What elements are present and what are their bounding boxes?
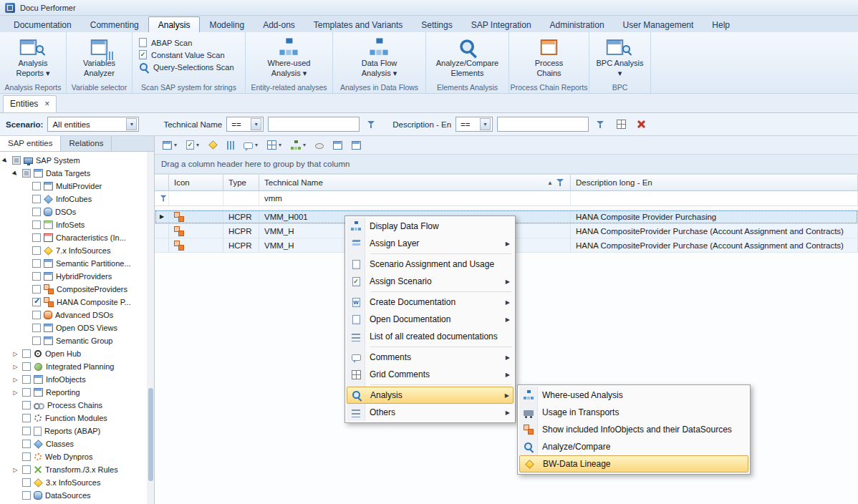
tree-item-web-dynpros[interactable]: Web Dynpros (0, 450, 147, 463)
checkbox[interactable] (22, 414, 31, 422)
tab-analysis[interactable]: Analysis (148, 16, 201, 32)
filter-cell-icon[interactable] (169, 191, 223, 205)
submenu-item-show-included-infoobjects[interactable]: Show included InfoObjects and their Data… (519, 421, 748, 438)
tab-help[interactable]: Help (703, 17, 739, 32)
tree-item-hana-composite-providers[interactable]: HANA Composite P... (0, 296, 147, 309)
tree-item-infosets[interactable]: InfoSets (0, 218, 147, 231)
submenu-item-analyze-compare[interactable]: Analyze/Compare (519, 438, 748, 455)
menu-item-display-data-flow[interactable]: Display Data Flow (347, 218, 514, 235)
tree-item-hybridproviders[interactable]: HybridProviders (0, 270, 147, 283)
tree-item-semantic-group[interactable]: Semantic Group (0, 334, 147, 347)
column-header-description[interactable]: Description long - En (571, 175, 858, 190)
checkbox[interactable] (22, 169, 31, 178)
filter-cell-technical-name[interactable]: vmm (259, 191, 571, 205)
checkbox[interactable] (22, 427, 31, 435)
advanced-filter-button[interactable] (613, 117, 629, 132)
tree-item-function-modules[interactable]: Function Modules (0, 412, 147, 425)
export-grid-button[interactable] (350, 140, 363, 151)
tree-item-3x-infosources[interactable]: 3.x InfoSources (0, 476, 147, 489)
checkbox[interactable] (22, 375, 31, 384)
analysis-reports-button[interactable]: Analysis Reports ▾ (13, 36, 52, 79)
menu-item-comments[interactable]: Comments ▶ (347, 349, 514, 366)
tree-item-data-targets[interactable]: ▶ Data Targets (0, 167, 147, 180)
expander-icon[interactable]: ▷ (11, 376, 19, 384)
checkbox[interactable] (22, 491, 31, 500)
group-by-bar[interactable]: Drag a column header here to group by th… (155, 155, 858, 174)
tree-item-reports-abap[interactable]: Reports (ABAP) (0, 425, 147, 437)
filter-cell-type[interactable] (223, 191, 259, 205)
tab-settings[interactable]: Settings (412, 17, 461, 32)
abap-scan-button[interactable]: ABAP Scan (137, 38, 194, 47)
chevron-down-icon[interactable]: ▾ (126, 118, 137, 130)
tree-item-transform-3x-rules[interactable]: ▷ Transform./3.x Rules (0, 463, 147, 476)
chevron-down-icon[interactable]: ▾ (480, 118, 491, 130)
description-filter-input[interactable] (497, 117, 589, 132)
checkbox[interactable] (32, 195, 41, 203)
checkbox[interactable] (22, 362, 31, 371)
checkbox[interactable] (32, 220, 41, 229)
checkbox[interactable] (32, 324, 41, 332)
checkbox[interactable] (22, 440, 31, 448)
expander-icon[interactable]: ▷ (11, 350, 19, 358)
menu-item-list-of-documentations[interactable]: List of all created documentations (347, 328, 514, 345)
technical-name-filter-button[interactable] (364, 117, 380, 132)
tab-sap-integration[interactable]: SAP Integration (462, 17, 541, 32)
menu-item-others[interactable]: Others ▶ (347, 404, 514, 421)
submenu-item-bw-data-lineage[interactable]: BW-Data Lineage (519, 455, 748, 472)
menu-item-open-documentation[interactable]: Open Documentation ▶ (347, 311, 514, 328)
process-chains-button[interactable]: Process Chains (532, 36, 567, 79)
tree-item-dsos[interactable]: DSOs (0, 205, 147, 218)
tab-administration[interactable]: Administration (541, 17, 614, 32)
checkbox-checked[interactable] (32, 298, 41, 306)
analyze-compare-elements-button[interactable]: Analyze/Compare Elements (433, 36, 501, 79)
tree-item-infoobjects[interactable]: ▷ InfoObjects (0, 373, 147, 386)
data-flow-button[interactable]: ▾ (289, 139, 308, 152)
constant-value-scan-button[interactable]: Constant Value Scan (137, 50, 227, 59)
checkbox[interactable] (22, 349, 31, 358)
assign-scenario-button[interactable] (206, 139, 220, 151)
tree-item-open-ods-views[interactable]: Open ODS Views (0, 321, 147, 334)
expander-icon[interactable]: ▷ (11, 389, 19, 397)
data-flow-analysis-button[interactable]: Data Flow Analysis ▾ (359, 36, 400, 79)
tree-item-process-chains[interactable]: Process Chains (0, 399, 147, 412)
expander-icon[interactable]: ▶ (10, 168, 21, 179)
filter-cell-description[interactable] (571, 191, 858, 205)
submenu-item-where-used-analysis[interactable]: Where-used Analysis (519, 387, 748, 404)
expander-icon[interactable]: ▷ (11, 466, 19, 474)
grid-comments-button[interactable]: ▾ (265, 139, 284, 151)
grid-view-button[interactable] (331, 140, 344, 151)
where-used-analysis-button[interactable]: Where-used Analysis ▾ (265, 36, 314, 79)
create-documentation-button[interactable]: ▾ (160, 140, 179, 151)
checkbox[interactable] (32, 285, 41, 294)
tree-item-infocubes[interactable]: InfoCubes (0, 193, 147, 205)
tree-item-compositeproviders[interactable]: CompositeProviders (0, 283, 147, 296)
sort-ascending-icon[interactable]: ▲ (547, 180, 553, 186)
checkbox[interactable] (32, 272, 41, 281)
checkbox[interactable] (22, 401, 31, 410)
checkbox[interactable] (32, 311, 41, 319)
checkbox[interactable] (32, 233, 41, 242)
tab-user-management[interactable]: User Management (614, 17, 703, 32)
expander-icon[interactable]: ▷ (11, 363, 19, 371)
tree-item-open-hub[interactable]: ▷ Open Hub (0, 347, 147, 360)
column-header-icon[interactable]: Icon (169, 175, 223, 190)
checkbox[interactable] (32, 208, 41, 216)
tree-item-reporting[interactable]: ▷ Reporting (0, 386, 147, 399)
checkbox[interactable] (32, 246, 41, 255)
expander-icon[interactable]: ▶ (0, 155, 11, 166)
tab-templates-and-variants[interactable]: Templates and Variants (304, 17, 413, 32)
clear-filter-button[interactable] (633, 117, 649, 132)
variables-analyzer-button[interactable]: Variables Analyzer (80, 36, 118, 79)
tab-documentation[interactable]: Documentation (4, 17, 81, 32)
tree-item-classes[interactable]: Classes (0, 437, 147, 450)
tree-item-characteristics[interactable]: Characteristics (In... (0, 231, 147, 244)
columns-button[interactable] (225, 139, 236, 151)
submenu-item-usage-in-transports[interactable]: Usage in Transports (519, 404, 748, 421)
checkbox[interactable] (22, 478, 31, 487)
tree-item-advanced-dsos[interactable]: Advanced DSOs (0, 309, 147, 321)
menu-item-create-documentation[interactable]: Create Documentation ▶ (347, 294, 514, 311)
menu-item-grid-comments[interactable]: Grid Comments ▶ (347, 366, 514, 383)
checkbox[interactable] (32, 259, 41, 268)
tree-item-sap-system[interactable]: ▶ SAP System (0, 154, 147, 167)
documentation-status-button[interactable]: ▾ (184, 139, 201, 151)
